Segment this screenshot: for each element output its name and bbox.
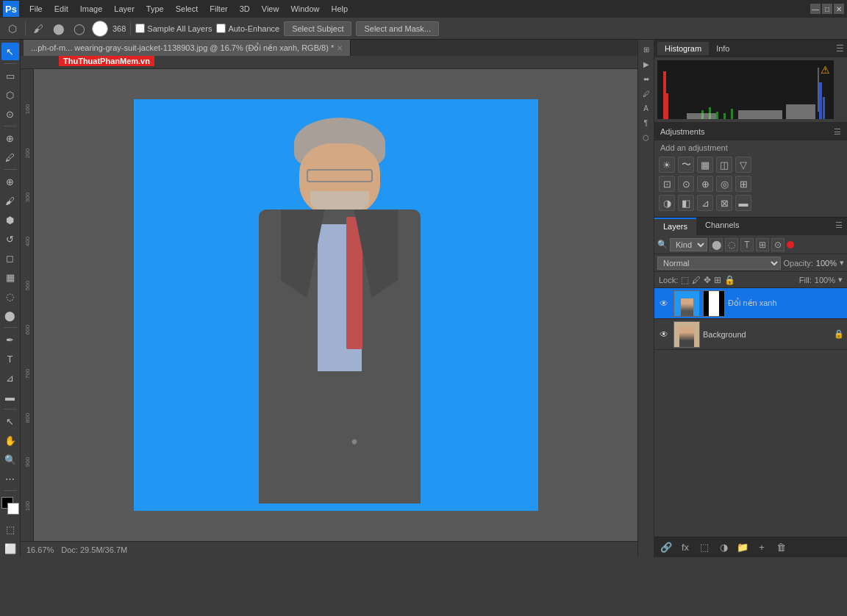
menu-file[interactable]: File <box>24 3 49 15</box>
menu-view[interactable]: View <box>256 3 285 15</box>
rstrip-btn4[interactable]: 🖊 <box>640 87 653 100</box>
colorlookup-adj-icon[interactable]: ⊞ <box>735 176 751 192</box>
menu-layer[interactable]: Layer <box>108 3 140 15</box>
minimize-button[interactable]: — <box>810 4 821 14</box>
gradient-adj-icon[interactable]: ▬ <box>735 195 751 211</box>
brush-tool-icon[interactable]: 🖌 <box>30 21 46 37</box>
direct-select-tool[interactable]: ↖ <box>1 412 19 430</box>
posterize-adj-icon[interactable]: ◧ <box>678 195 694 211</box>
add-style-btn[interactable]: fx <box>678 540 693 555</box>
filter-smart-icon[interactable]: ⊙ <box>771 238 785 251</box>
rstrip-btn3[interactable]: ⬌ <box>640 72 653 85</box>
extra-tool[interactable]: ⋯ <box>1 470 19 487</box>
text-tool[interactable]: T <box>1 350 19 368</box>
rstrip-btn2[interactable]: ▶ <box>640 57 653 71</box>
layer-row-2[interactable]: 👁 Background 🔒 <box>654 319 847 350</box>
rstrip-btn6[interactable]: ¶ <box>640 116 653 129</box>
lock-paint-icon[interactable]: 🖊 <box>692 275 701 285</box>
menu-help[interactable]: Help <box>326 3 354 15</box>
pen-tool[interactable]: ✒ <box>1 331 19 348</box>
auto-enhance-checkbox[interactable]: Auto-Enhance <box>216 24 279 33</box>
add-mask-btn[interactable]: ⬚ <box>697 540 712 555</box>
shape-tool[interactable]: ▬ <box>1 388 19 406</box>
heal-tool[interactable]: ⊕ <box>1 173 19 190</box>
rstrip-btn5[interactable]: A <box>640 101 653 115</box>
lasso-tool[interactable]: ⬡ <box>1 86 19 104</box>
clone-tool[interactable]: ⬢ <box>1 211 19 229</box>
screen-mode-btn[interactable]: ⬜ <box>1 540 19 557</box>
colorbalance-adj-icon[interactable]: ⊡ <box>659 176 675 192</box>
fill-dropdown-icon[interactable]: ▾ <box>838 275 843 284</box>
lock-artboard-icon[interactable]: ⊞ <box>714 275 721 285</box>
rstrip-btn1[interactable]: ⊞ <box>640 43 653 56</box>
gradient-tool[interactable]: ▦ <box>1 268 19 286</box>
hsl-adj-icon[interactable]: ▽ <box>735 157 751 173</box>
quick-select-tool[interactable]: ⊙ <box>1 105 19 123</box>
select-subject-button[interactable]: Select Subject <box>284 21 351 36</box>
delete-layer-btn[interactable]: 🗑 <box>773 540 788 555</box>
layer-visibility-1[interactable]: 👁 <box>657 297 671 310</box>
invert-adj-icon[interactable]: ◑ <box>659 195 675 211</box>
menu-window[interactable]: Window <box>285 3 325 15</box>
background-color[interactable] <box>7 503 19 515</box>
path-tool[interactable]: ⊿ <box>1 369 19 387</box>
sample-all-layers-input[interactable] <box>135 24 145 33</box>
blend-mode-select[interactable]: Normal <box>657 257 781 270</box>
filter-pixel-icon[interactable]: ⬤ <box>710 238 723 251</box>
close-button[interactable]: ✕ <box>834 4 844 14</box>
document-tab[interactable]: ...ph-of-m... wearing-gray-suit-jacket-1… <box>24 40 351 56</box>
filter-kind-select[interactable]: Kind <box>670 238 707 251</box>
eyedropper-tool[interactable]: 🖊 <box>1 148 19 166</box>
layer-row-1[interactable]: 👁 Đổi nền xanh <box>654 288 847 319</box>
hand-tool[interactable]: ✋ <box>1 431 19 449</box>
filter-shape-icon[interactable]: ⊞ <box>756 238 769 251</box>
filter-text-icon[interactable]: T <box>740 238 754 251</box>
threshold-adj-icon[interactable]: ⊿ <box>697 195 713 211</box>
lock-transparent-icon[interactable]: ⬚ <box>681 275 689 285</box>
info-tab[interactable]: Info <box>709 42 737 55</box>
blur-tool[interactable]: ◌ <box>1 287 19 305</box>
menu-3d[interactable]: 3D <box>234 3 256 15</box>
crop-tool[interactable]: ⊕ <box>1 129 19 147</box>
history-brush[interactable]: ↺ <box>1 230 19 248</box>
new-layer-btn[interactable]: + <box>754 540 769 555</box>
vibrance-adj-icon[interactable]: ◫ <box>716 157 732 173</box>
maximize-button[interactable]: □ <box>822 4 832 14</box>
zoom-tool[interactable]: 🔍 <box>1 451 19 468</box>
menu-filter[interactable]: Filter <box>204 3 233 15</box>
layer-visibility-2[interactable]: 👁 <box>657 328 671 341</box>
dodge-tool[interactable]: ⬤ <box>1 307 19 324</box>
new-adj-layer-btn[interactable]: ◑ <box>716 540 731 555</box>
menu-select[interactable]: Select <box>170 3 204 15</box>
menu-edit[interactable]: Edit <box>49 3 74 15</box>
tool-options-icon[interactable]: ⬡ <box>4 21 21 37</box>
curves-adj-icon[interactable]: 〜 <box>678 157 694 173</box>
lock-move-icon[interactable]: ✥ <box>704 275 711 285</box>
menu-image[interactable]: Image <box>74 3 109 15</box>
new-group-btn[interactable]: 📁 <box>735 540 750 555</box>
filter-adj-icon[interactable]: ◌ <box>725 238 738 251</box>
selection-tool[interactable]: ▭ <box>1 67 19 85</box>
lock-all-icon[interactable]: 🔒 <box>724 275 735 285</box>
filter-active-dot[interactable] <box>787 241 794 248</box>
channelmixer-adj-icon[interactable]: ◎ <box>716 176 732 192</box>
move-tool[interactable]: ↖ <box>1 43 19 60</box>
photofilter-adj-icon[interactable]: ⊕ <box>697 176 713 192</box>
layers-tab[interactable]: Layers <box>654 218 696 235</box>
auto-enhance-input[interactable] <box>216 24 226 33</box>
blackwhite-adj-icon[interactable]: ⊙ <box>678 176 694 192</box>
opacity-dropdown-icon[interactable]: ▾ <box>840 258 844 268</box>
layers-menu-icon[interactable]: ☰ <box>831 218 847 235</box>
selectcolor-adj-icon[interactable]: ⊠ <box>716 195 732 211</box>
brightness-adj-icon[interactable]: ☀ <box>659 157 675 173</box>
histogram-tab[interactable]: Histogram <box>657 42 709 55</box>
tab-close-button[interactable]: ✕ <box>337 44 343 52</box>
histogram-menu-icon[interactable]: ☰ <box>836 43 844 54</box>
brush-tool[interactable]: 🖌 <box>1 192 19 209</box>
brush-color-circle[interactable] <box>92 21 108 37</box>
brush-alt-icon[interactable]: ⬤ <box>51 21 67 37</box>
exposure-adj-icon[interactable]: ▦ <box>697 157 713 173</box>
canvas-scroll-area[interactable] <box>34 69 637 541</box>
select-and-mask-button[interactable]: Select and Mask... <box>356 21 439 36</box>
adjustments-menu-icon[interactable]: ☰ <box>834 127 841 137</box>
